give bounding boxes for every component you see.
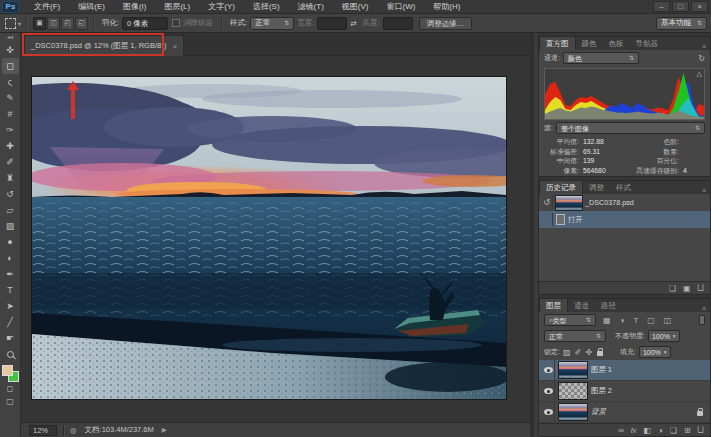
blend-mode-dropdown[interactable]: 正常⇅ xyxy=(544,330,606,342)
delete-layer-icon[interactable]: ⨆ xyxy=(698,425,704,435)
toolbar-collapse-button[interactable]: ◂◂ xyxy=(7,33,13,42)
pen-tool-icon[interactable]: ✒ xyxy=(2,266,19,282)
layers-panel-menu-icon[interactable]: ≡ xyxy=(702,305,710,312)
add-selection-mode-button[interactable]: ◫ xyxy=(47,17,60,30)
layers-tab-3[interactable]: 路径 xyxy=(595,299,622,312)
close-button[interactable]: × xyxy=(691,1,708,12)
clone-stamp-tool-icon[interactable]: ♜ xyxy=(2,170,19,186)
rect-marquee-tool-icon[interactable]: ◻ xyxy=(2,58,19,74)
new-group-icon[interactable]: ❏ xyxy=(670,426,677,435)
delete-state-icon[interactable]: ⨆ xyxy=(698,283,704,293)
source-dropdown[interactable]: 整个图像⇅ xyxy=(556,122,705,134)
layer-filter-dropdown[interactable]: ⌕类型⇅ xyxy=(544,314,596,326)
menu-item-9[interactable]: 窗口(W) xyxy=(377,0,424,14)
hand-tool-icon[interactable]: ☛ xyxy=(2,330,19,346)
type-tool-icon[interactable]: T xyxy=(2,282,19,298)
refine-edge-button[interactable]: 调整边缘… xyxy=(419,17,473,30)
screen-mode-button[interactable]: ▢ xyxy=(2,395,19,408)
subtract-selection-mode-button[interactable]: ◰ xyxy=(61,17,74,30)
document-image[interactable] xyxy=(32,77,506,399)
tool-preset-picker[interactable]: ▾ xyxy=(5,18,21,29)
history-brush-source-well[interactable]: ↺ xyxy=(541,196,553,209)
filter-adjustment-icon[interactable]: ◑ xyxy=(620,316,625,325)
layer-row-3[interactable]: 背景 xyxy=(539,402,710,423)
foreground-color-swatch[interactable] xyxy=(2,365,13,376)
new-adjustment-icon[interactable]: ◑ xyxy=(658,426,663,435)
lock-paint-icon[interactable]: ✐ xyxy=(575,348,582,357)
filter-smart-object-icon[interactable]: ◫ xyxy=(664,316,672,325)
feather-input[interactable]: 0 像素 xyxy=(122,17,168,30)
dodge-tool-icon[interactable]: ◐ xyxy=(2,250,19,266)
layer-row-2[interactable]: 图层 2 xyxy=(539,381,710,402)
visibility-toggle[interactable] xyxy=(542,381,555,401)
history-state-1[interactable]: ↺_DSC0378.psd xyxy=(539,194,710,211)
layer-filter-toggle[interactable] xyxy=(699,315,705,325)
new-doc-from-state-icon[interactable]: ❏ xyxy=(669,284,676,293)
add-mask-icon[interactable]: ◧ xyxy=(643,426,651,435)
height-input[interactable] xyxy=(383,17,413,30)
histogram-tab-2[interactable]: 颜色 xyxy=(576,37,603,50)
menu-item-2[interactable]: 编辑(E) xyxy=(69,0,114,14)
histogram-panel-menu-icon[interactable]: ≡ xyxy=(702,43,710,50)
eyedropper-tool-icon[interactable]: ✑ xyxy=(2,122,19,138)
width-input[interactable] xyxy=(317,17,347,30)
maximize-button[interactable]: □ xyxy=(672,1,689,12)
layer-thumbnail[interactable] xyxy=(559,362,587,378)
status-expand-icon[interactable]: ▶ xyxy=(162,426,167,434)
path-selection-tool-icon[interactable]: ➤ xyxy=(2,298,19,314)
quick-selection-tool-icon[interactable]: ✎ xyxy=(2,90,19,106)
new-snapshot-icon[interactable]: ▣ xyxy=(683,284,691,293)
lock-all-icon[interactable] xyxy=(597,351,603,356)
opacity-field[interactable]: 100%▾ xyxy=(648,330,680,342)
spot-healing-tool-icon[interactable]: ✚ xyxy=(2,138,19,154)
new-selection-mode-button[interactable]: ▣ xyxy=(33,17,46,30)
brush-tool-icon[interactable]: ✐ xyxy=(2,154,19,170)
link-layers-icon[interactable]: ∞ xyxy=(618,426,624,435)
layer-row-1[interactable]: 图层 1 xyxy=(539,360,710,381)
layer-thumbnail[interactable] xyxy=(559,404,587,420)
history-brush-source-well[interactable] xyxy=(541,213,553,226)
history-state-2[interactable]: 打开 xyxy=(539,211,710,228)
menu-item-1[interactable]: 文件(F) xyxy=(25,0,69,14)
blur-tool-icon[interactable]: ● xyxy=(2,234,19,250)
menu-item-6[interactable]: 选择(S) xyxy=(244,0,289,14)
quick-mask-button[interactable]: ◻ xyxy=(2,382,19,395)
filter-pixel-icon[interactable]: ▦ xyxy=(603,316,611,325)
menu-item-7[interactable]: 滤镜(T) xyxy=(289,0,333,14)
tab-close-icon[interactable]: × xyxy=(173,42,178,51)
uncached-refresh-icon[interactable]: ↻ xyxy=(698,54,705,63)
histogram-tab-1[interactable]: 直方图 xyxy=(539,36,576,50)
history-brush-tool-icon[interactable]: ↺ xyxy=(2,186,19,202)
filter-shape-icon[interactable]: ▢ xyxy=(647,316,655,325)
eraser-tool-icon[interactable]: ▱ xyxy=(2,202,19,218)
layer-style-icon[interactable]: fx xyxy=(631,427,636,434)
history-panel-menu-icon[interactable]: ≡ xyxy=(702,187,710,194)
menu-item-4[interactable]: 图层(L) xyxy=(155,0,199,14)
cached-data-warning-icon[interactable]: △ xyxy=(697,70,702,78)
layers-tab-1[interactable]: 图层 xyxy=(539,298,568,312)
workspace-switcher[interactable]: 基本功能⇅ xyxy=(656,17,707,30)
new-layer-icon[interactable]: ⊞ xyxy=(684,426,691,435)
fill-field[interactable]: 100%▾ xyxy=(639,346,671,358)
swap-dimensions-icon[interactable]: ⇄ xyxy=(350,19,356,28)
visibility-toggle[interactable] xyxy=(542,402,555,422)
history-tab-2[interactable]: 调整 xyxy=(583,181,610,194)
history-tab-1[interactable]: 历史记录 xyxy=(539,180,583,194)
menu-item-5[interactable]: 文字(Y) xyxy=(199,0,244,14)
history-tab-3[interactable]: 样式 xyxy=(610,181,637,194)
layers-tab-2[interactable]: 通道 xyxy=(568,299,595,312)
move-tool-icon[interactable]: ✜ xyxy=(2,42,19,58)
menu-item-10[interactable]: 帮助(H) xyxy=(424,0,469,14)
lasso-tool-icon[interactable]: ς xyxy=(2,74,19,90)
style-dropdown[interactable]: 正常⇅ xyxy=(250,17,294,30)
intersect-selection-mode-button[interactable]: ◱ xyxy=(75,17,88,30)
histogram-tab-3[interactable]: 色板 xyxy=(603,37,630,50)
minimize-button[interactable]: – xyxy=(653,1,670,12)
layer-thumbnail[interactable] xyxy=(559,383,587,399)
line-tool-icon[interactable]: ╱ xyxy=(2,314,19,330)
filter-type-icon[interactable]: T xyxy=(633,316,638,325)
gradient-tool-icon[interactable]: ▨ xyxy=(2,218,19,234)
histogram-tab-4[interactable]: 导航器 xyxy=(630,37,665,50)
visibility-toggle[interactable] xyxy=(542,360,555,380)
lock-transparency-icon[interactable]: ▨ xyxy=(563,348,571,357)
